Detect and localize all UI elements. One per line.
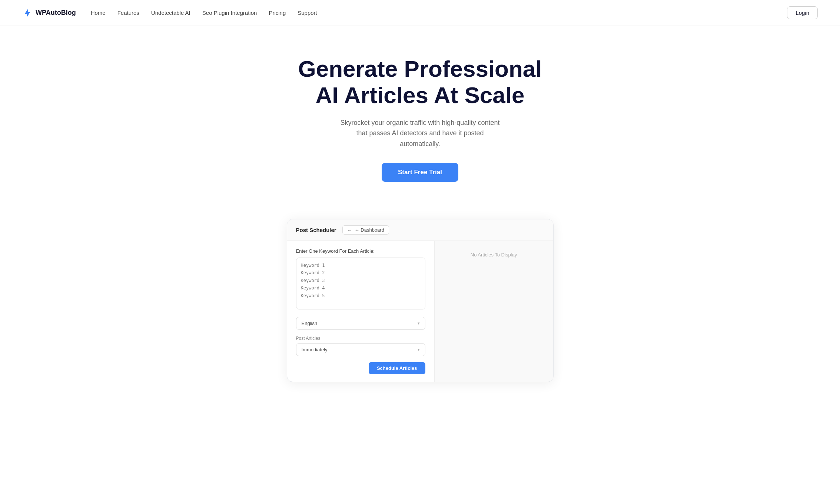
arrow-left-icon: ← xyxy=(347,227,352,233)
demo-card: Post Scheduler ← ← Dashboard Enter One K… xyxy=(287,219,554,382)
schedule-articles-button[interactable]: Schedule Articles xyxy=(369,362,425,374)
empty-state-text: No Articles To Display xyxy=(471,248,517,258)
logo-text: WPAutoBlog xyxy=(36,9,76,17)
post-scheduler-title: Post Scheduler xyxy=(296,227,336,233)
language-dropdown[interactable]: English ▾ xyxy=(296,317,425,330)
demo-card-body: Enter One Keyword For Each Article: Engl… xyxy=(287,241,553,382)
language-value: English xyxy=(302,321,318,326)
hero-section: Generate Professional AI Articles At Sca… xyxy=(0,26,840,197)
navbar: WPAutoBlog Home Features Undetectable AI… xyxy=(0,0,840,26)
demo-card-header: Post Scheduler ← ← Dashboard xyxy=(287,219,553,241)
post-articles-section: Post Articles Immediately ▾ xyxy=(296,336,425,356)
nav-home[interactable]: Home xyxy=(91,10,106,16)
post-articles-label: Post Articles xyxy=(296,336,425,341)
nav-features[interactable]: Features xyxy=(117,10,139,16)
svg-marker-0 xyxy=(25,9,30,17)
language-chevron-icon: ▾ xyxy=(418,321,420,326)
navbar-left: WPAutoBlog Home Features Undetectable AI… xyxy=(22,8,317,18)
keyword-form-label: Enter One Keyword For Each Article: xyxy=(296,248,425,254)
demo-wrapper: Post Scheduler ← ← Dashboard Enter One K… xyxy=(279,219,561,382)
language-section: English ▾ xyxy=(296,317,425,330)
hero-title: Generate Professional AI Articles At Sca… xyxy=(290,56,550,109)
nav-support[interactable]: Support xyxy=(298,10,317,16)
nav-undetectable-ai[interactable]: Undetectable AI xyxy=(151,10,190,16)
post-timing-value: Immediately xyxy=(302,347,328,352)
nav-pricing[interactable]: Pricing xyxy=(269,10,286,16)
hero-subtitle: Skyrocket your organic traffic with high… xyxy=(339,117,502,149)
nav-links: Home Features Undetectable AI Seo Plugin… xyxy=(91,10,317,16)
logo[interactable]: WPAutoBlog xyxy=(22,8,76,18)
start-free-trial-button[interactable]: Start Free Trial xyxy=(382,163,458,182)
lightning-logo-icon xyxy=(22,8,33,18)
dashboard-badge[interactable]: ← ← Dashboard xyxy=(342,225,389,235)
nav-seo-plugin[interactable]: Seo Plugin Integration xyxy=(202,10,257,16)
login-button[interactable]: Login xyxy=(787,6,818,19)
keywords-input[interactable] xyxy=(296,258,425,309)
demo-right-panel: No Articles To Display xyxy=(435,241,553,382)
post-timing-chevron-icon: ▾ xyxy=(418,347,420,352)
demo-left-panel: Enter One Keyword For Each Article: Engl… xyxy=(287,241,435,382)
post-timing-dropdown[interactable]: Immediately ▾ xyxy=(296,343,425,356)
